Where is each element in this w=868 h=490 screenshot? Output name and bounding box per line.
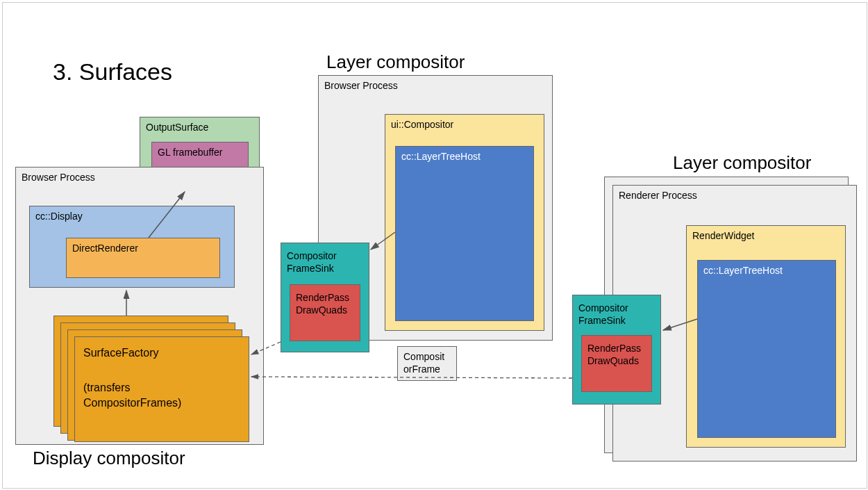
label-rp-right-1: RenderPass xyxy=(587,343,641,354)
box-renderpass-right: RenderPass DrawQuads xyxy=(581,335,652,392)
label-cfs-right-1: Compositor xyxy=(578,302,628,313)
label-cfs-right-2: FrameSink xyxy=(578,315,626,326)
label-rp-middle-1: RenderPass xyxy=(296,292,349,303)
box-direct-renderer: DirectRenderer xyxy=(66,238,220,278)
label-layer-tree-host-right: cc::LayerTreeHost xyxy=(698,261,835,280)
label-render-widget: RenderWidget xyxy=(687,226,845,245)
box-renderpass-middle: RenderPass DrawQuads xyxy=(290,284,360,341)
box-layer-tree-host-right: cc::LayerTreeHost xyxy=(697,260,836,438)
label-compositor-frame-1: Composit xyxy=(403,351,444,362)
label-output-surface: OutputSurface xyxy=(140,117,259,137)
heading-layer-compositor-2: Layer compositor xyxy=(673,152,811,174)
label-rp-middle-2: DrawQuads xyxy=(296,304,347,316)
label-rp-right-2: DrawQuads xyxy=(587,355,639,366)
box-surface-factory: SurfaceFactory (transfers CompositorFram… xyxy=(74,336,249,442)
label-cfs-middle-2: FrameSink xyxy=(287,263,334,274)
label-renderer-process: Renderer Process xyxy=(619,190,697,201)
box-compositor-frame: Composit orFrame xyxy=(397,346,457,381)
diagram-canvas: 3. Surfaces Layer compositor Layer compo… xyxy=(2,2,867,489)
label-surface-factory-2: (transfers xyxy=(83,382,131,394)
label-surface-factory-1: SurfaceFactory xyxy=(83,347,158,359)
page-title: 3. Surfaces xyxy=(53,58,172,85)
label-ui-compositor: ui::Compositor xyxy=(385,115,544,134)
label-direct-renderer: DirectRenderer xyxy=(67,238,219,258)
label-browser-process-left: Browser Process xyxy=(22,172,95,183)
heading-layer-compositor-1: Layer compositor xyxy=(326,51,465,73)
label-browser-process-middle: Browser Process xyxy=(324,80,398,91)
label-cfs-middle-1: Compositor xyxy=(287,250,337,261)
heading-display-compositor: Display compositor xyxy=(33,448,185,469)
label-surface-factory-3: CompositorFrames) xyxy=(83,397,181,409)
label-gl-framebuffer: GL framebuffer xyxy=(152,142,248,162)
label-cc-display: cc::Display xyxy=(30,206,234,226)
box-layer-tree-host-middle: cc::LayerTreeHost xyxy=(395,146,534,321)
label-compositor-frame-2: orFrame xyxy=(403,364,440,375)
label-layer-tree-host-middle: cc::LayerTreeHost xyxy=(396,147,533,166)
